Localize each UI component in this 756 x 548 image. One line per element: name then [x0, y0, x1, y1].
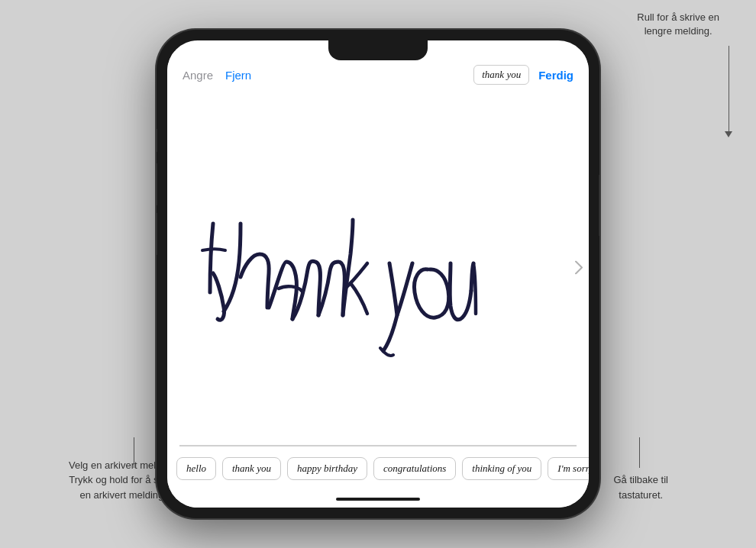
arrow-scroll — [724, 46, 733, 137]
drawing-area[interactable] — [167, 94, 589, 445]
arrow-keyboard — [639, 437, 640, 468]
suggestion-hello[interactable]: hello — [176, 457, 216, 480]
fjern-button[interactable]: Fjern — [225, 69, 251, 82]
volume-up-button — [157, 163, 157, 205]
annotation-top-right: Rull for å skrive en lengre melding. — [637, 11, 719, 38]
angre-button[interactable]: Angre — [183, 69, 213, 82]
top-bar-right: thank you Ferdig — [473, 65, 573, 85]
suggestion-thank-you[interactable]: thank you — [222, 457, 281, 480]
suggestion-thinking-of-you[interactable]: thinking of you — [462, 457, 541, 480]
ferdig-button[interactable]: Ferdig — [538, 69, 573, 82]
phone-screen: Angre Fjern thank you Ferdig — [167, 40, 589, 508]
mute-button — [157, 129, 157, 152]
power-button — [599, 175, 599, 236]
arrow-archived — [134, 437, 134, 468]
suggestion-happy-birthday[interactable]: happy birthday — [287, 457, 367, 480]
suggestion-congratulations[interactable]: congratulations — [373, 457, 456, 480]
annotation-bottom-right: Gå tilbake til tastaturet. — [613, 472, 668, 502]
handwriting-preview: thank you — [473, 65, 529, 85]
home-bar — [336, 498, 420, 501]
handwriting-canvas — [195, 201, 561, 338]
phone-frame: Angre Fjern thank you Ferdig — [157, 30, 599, 518]
suggestions-bar: hello thank you happy birthday congratul… — [167, 446, 589, 491]
page-container: Rull for å skrive en lengre melding. Vel… — [0, 0, 756, 548]
volume-down-button — [157, 213, 157, 255]
home-indicator — [167, 491, 589, 508]
top-bar-left: Angre Fjern — [183, 69, 251, 82]
suggestion-im-sorry[interactable]: I'm sorry — [548, 457, 589, 480]
notch — [328, 40, 428, 60]
scroll-right-button[interactable] — [575, 261, 583, 279]
